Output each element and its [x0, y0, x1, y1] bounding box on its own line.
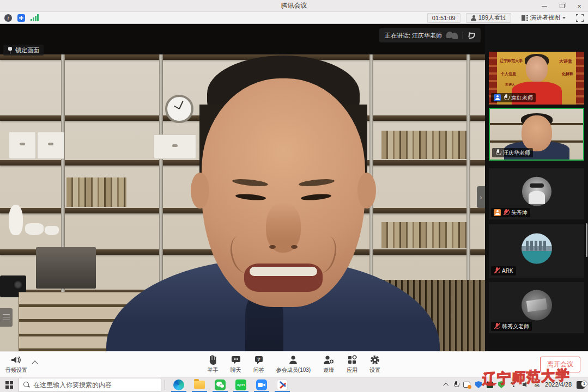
chat-icon [231, 354, 241, 365]
svg-text:?: ? [257, 357, 260, 362]
main-video[interactable]: 锁定画面 正在讲话: 汪庆华老师 › [0, 24, 485, 351]
speaking-indicator: 正在讲话: 汪庆华老师 [379, 28, 481, 42]
avatar [522, 177, 551, 206]
members-icon [288, 354, 299, 365]
lock-view-button[interactable]: 锁定画面 [3, 45, 44, 56]
titlebar: 腾讯会议 × [0, 0, 588, 12]
mic-muted-icon [503, 209, 509, 216]
windows-logo-icon [5, 381, 13, 389]
edge-icon [173, 379, 184, 390]
qa-button[interactable]: ? 问答 [253, 354, 264, 374]
network-signal-icon[interactable] [31, 14, 39, 21]
tray-expand-chevron[interactable] [443, 383, 448, 388]
avatar [522, 234, 552, 264]
participant-name-badge: 韩秀义老师 [491, 322, 532, 331]
participant-tile[interactable]: 朱帝坤 [489, 168, 584, 219]
notification-badge: 1 [581, 381, 587, 387]
taskbar-app-explorer[interactable] [189, 377, 210, 392]
participant-name-badge: ARK [491, 266, 516, 275]
search-icon [23, 382, 30, 388]
scissors-app-icon [277, 379, 288, 390]
tencent-meeting-icon [256, 379, 267, 390]
sidebar-scrollbar[interactable] [586, 223, 587, 257]
search-input[interactable] [33, 381, 148, 389]
members-button[interactable]: 参会成员(103) [276, 354, 311, 374]
wechat-icon [215, 379, 226, 390]
viewers-count[interactable]: 189人看过 [466, 13, 511, 23]
tray-capture-icon[interactable] [463, 382, 470, 388]
taskbar-app-wechat[interactable] [210, 377, 231, 392]
taskbar-search[interactable] [19, 378, 161, 392]
meeting-timer: 01:51:09 [427, 13, 460, 23]
window-title: 腾讯会议 [0, 1, 588, 10]
clap-icon[interactable] [446, 32, 458, 39]
fullscreen-icon[interactable] [576, 14, 584, 22]
participant-name-badge: 汪庆华老师 [492, 148, 533, 157]
taskbar-divider [165, 380, 165, 390]
security-shield-icon[interactable] [17, 14, 25, 22]
settings-button[interactable]: 设置 [369, 354, 380, 374]
status-toolbar: i 01:51:09 189人看过 演讲者视图 [0, 12, 588, 24]
invite-icon [323, 354, 335, 365]
host-person-icon [494, 94, 501, 101]
reaction-arrow-icon[interactable] [468, 32, 475, 39]
minimize-button[interactable] [536, 0, 553, 12]
pin-icon [8, 47, 13, 54]
tencent-meeting-window: 腾讯会议 × i 01:51:09 189人看过 演讲者视图 [0, 0, 588, 392]
mic-icon [503, 94, 509, 101]
participant-name-badge: 朱帝坤 [491, 208, 530, 217]
chat-button[interactable]: 聊天 [231, 354, 241, 374]
participant-name-badge: 袁红老师 [491, 93, 536, 102]
speaker-face [192, 56, 375, 311]
qa-icon: ? [253, 354, 264, 365]
tray-blue-shield-icon[interactable] [475, 381, 482, 388]
sidebar-collapse-chevron[interactable]: › [477, 186, 485, 208]
mic-icon [495, 149, 501, 156]
window-controls: × [536, 0, 588, 12]
viewers-icon [471, 15, 476, 21]
cohost-person-icon [494, 209, 501, 216]
video-scene [0, 24, 485, 351]
taskbar-app-iqiyi[interactable]: iQIYI [231, 377, 251, 392]
taskbar-app-scissors[interactable] [272, 377, 293, 392]
iqiyi-icon: iQIYI [235, 379, 246, 390]
mic-muted-icon [494, 267, 500, 274]
participant-tile-active-speaker[interactable]: 汪庆华老师 [489, 108, 584, 161]
close-button[interactable]: × [571, 0, 588, 12]
tray-mic-icon[interactable] [453, 381, 458, 388]
speaker-view-icon [522, 15, 528, 21]
chevron-down-icon [562, 17, 566, 19]
notification-icon[interactable]: 1 [577, 381, 585, 389]
participant-tile[interactable]: 辽宁师范大学 大讲堂 个人信息 化解释 主讲人 袁红老师 [489, 52, 584, 105]
floating-panel-handle[interactable] [0, 308, 13, 327]
participant-tile[interactable]: 韩秀义老师 [489, 282, 584, 333]
participants-sidebar: 辽宁师范大学 大讲堂 个人信息 化解释 主讲人 袁红老师 [485, 24, 588, 351]
mic-muted-icon [494, 323, 500, 330]
settings-gear-icon [369, 354, 380, 365]
view-mode-selector[interactable]: 演讲者视图 [517, 13, 571, 23]
file-explorer-icon [194, 381, 205, 389]
raise-hand-button[interactable]: 举手 [208, 354, 219, 374]
avatar [522, 290, 552, 321]
raise-hand-icon [208, 354, 218, 365]
taskbar-app-tencent-meeting[interactable] [251, 377, 272, 392]
wall-clock [165, 95, 193, 123]
invite-button[interactable]: 邀请 [323, 354, 335, 374]
start-button[interactable] [0, 377, 19, 392]
meeting-info-icon[interactable]: i [4, 14, 12, 22]
apps-icon [347, 354, 357, 365]
maximize-button[interactable] [553, 0, 571, 12]
participant-tile[interactable]: ARK [489, 224, 584, 278]
taskbar-app-edge[interactable] [168, 377, 189, 392]
apps-button[interactable]: 应用 [347, 354, 357, 374]
